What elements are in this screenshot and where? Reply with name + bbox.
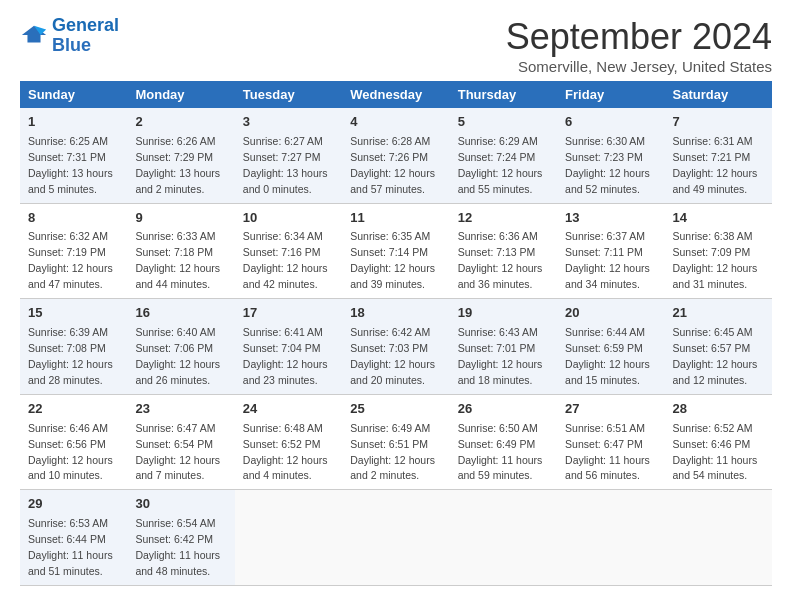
day-number: 11 xyxy=(350,209,441,228)
calendar-cell: 7 Sunrise: 6:31 AMSunset: 7:21 PMDayligh… xyxy=(665,108,772,203)
day-number: 20 xyxy=(565,304,656,323)
day-number: 13 xyxy=(565,209,656,228)
day-info: Sunrise: 6:29 AMSunset: 7:24 PMDaylight:… xyxy=(458,135,543,195)
day-info: Sunrise: 6:27 AMSunset: 7:27 PMDaylight:… xyxy=(243,135,328,195)
day-info: Sunrise: 6:26 AMSunset: 7:29 PMDaylight:… xyxy=(135,135,220,195)
week-row-2: 8 Sunrise: 6:32 AMSunset: 7:19 PMDayligh… xyxy=(20,203,772,299)
day-number: 5 xyxy=(458,113,549,132)
calendar-cell: 1 Sunrise: 6:25 AMSunset: 7:31 PMDayligh… xyxy=(20,108,127,203)
calendar-cell: 26 Sunrise: 6:50 AMSunset: 6:49 PMDaylig… xyxy=(450,394,557,490)
calendar-cell: 13 Sunrise: 6:37 AMSunset: 7:11 PMDaylig… xyxy=(557,203,664,299)
column-header-wednesday: Wednesday xyxy=(342,81,449,108)
day-info: Sunrise: 6:31 AMSunset: 7:21 PMDaylight:… xyxy=(673,135,758,195)
day-info: Sunrise: 6:41 AMSunset: 7:04 PMDaylight:… xyxy=(243,326,328,386)
day-info: Sunrise: 6:39 AMSunset: 7:08 PMDaylight:… xyxy=(28,326,113,386)
day-number: 14 xyxy=(673,209,764,228)
calendar-cell: 29 Sunrise: 6:53 AMSunset: 6:44 PMDaylig… xyxy=(20,490,127,586)
logo-text: General Blue xyxy=(52,16,119,56)
day-info: Sunrise: 6:43 AMSunset: 7:01 PMDaylight:… xyxy=(458,326,543,386)
day-info: Sunrise: 6:42 AMSunset: 7:03 PMDaylight:… xyxy=(350,326,435,386)
day-info: Sunrise: 6:34 AMSunset: 7:16 PMDaylight:… xyxy=(243,230,328,290)
day-info: Sunrise: 6:36 AMSunset: 7:13 PMDaylight:… xyxy=(458,230,543,290)
day-number: 4 xyxy=(350,113,441,132)
calendar-cell xyxy=(342,490,449,586)
column-header-thursday: Thursday xyxy=(450,81,557,108)
day-info: Sunrise: 6:50 AMSunset: 6:49 PMDaylight:… xyxy=(458,422,543,482)
calendar-cell: 6 Sunrise: 6:30 AMSunset: 7:23 PMDayligh… xyxy=(557,108,664,203)
calendar-cell: 18 Sunrise: 6:42 AMSunset: 7:03 PMDaylig… xyxy=(342,299,449,395)
calendar-cell: 9 Sunrise: 6:33 AMSunset: 7:18 PMDayligh… xyxy=(127,203,234,299)
page-header: General Blue September 2024 Somerville, … xyxy=(20,16,772,75)
calendar-cell: 14 Sunrise: 6:38 AMSunset: 7:09 PMDaylig… xyxy=(665,203,772,299)
day-info: Sunrise: 6:35 AMSunset: 7:14 PMDaylight:… xyxy=(350,230,435,290)
calendar-cell: 21 Sunrise: 6:45 AMSunset: 6:57 PMDaylig… xyxy=(665,299,772,395)
day-info: Sunrise: 6:37 AMSunset: 7:11 PMDaylight:… xyxy=(565,230,650,290)
day-info: Sunrise: 6:25 AMSunset: 7:31 PMDaylight:… xyxy=(28,135,113,195)
day-info: Sunrise: 6:46 AMSunset: 6:56 PMDaylight:… xyxy=(28,422,113,482)
calendar-cell: 12 Sunrise: 6:36 AMSunset: 7:13 PMDaylig… xyxy=(450,203,557,299)
calendar-cell: 4 Sunrise: 6:28 AMSunset: 7:26 PMDayligh… xyxy=(342,108,449,203)
day-number: 2 xyxy=(135,113,226,132)
calendar-cell: 2 Sunrise: 6:26 AMSunset: 7:29 PMDayligh… xyxy=(127,108,234,203)
day-info: Sunrise: 6:32 AMSunset: 7:19 PMDaylight:… xyxy=(28,230,113,290)
day-number: 26 xyxy=(458,400,549,419)
calendar-cell: 17 Sunrise: 6:41 AMSunset: 7:04 PMDaylig… xyxy=(235,299,342,395)
calendar-cell xyxy=(665,490,772,586)
calendar-cell xyxy=(557,490,664,586)
day-number: 3 xyxy=(243,113,334,132)
logo-icon xyxy=(20,22,48,50)
day-number: 17 xyxy=(243,304,334,323)
logo: General Blue xyxy=(20,16,119,56)
location: Somerville, New Jersey, United States xyxy=(506,58,772,75)
calendar-header-row: SundayMondayTuesdayWednesdayThursdayFrid… xyxy=(20,81,772,108)
day-info: Sunrise: 6:53 AMSunset: 6:44 PMDaylight:… xyxy=(28,517,113,577)
week-row-4: 22 Sunrise: 6:46 AMSunset: 6:56 PMDaylig… xyxy=(20,394,772,490)
calendar-cell: 11 Sunrise: 6:35 AMSunset: 7:14 PMDaylig… xyxy=(342,203,449,299)
calendar-cell: 23 Sunrise: 6:47 AMSunset: 6:54 PMDaylig… xyxy=(127,394,234,490)
calendar-cell: 16 Sunrise: 6:40 AMSunset: 7:06 PMDaylig… xyxy=(127,299,234,395)
column-header-sunday: Sunday xyxy=(20,81,127,108)
calendar-cell: 15 Sunrise: 6:39 AMSunset: 7:08 PMDaylig… xyxy=(20,299,127,395)
week-row-1: 1 Sunrise: 6:25 AMSunset: 7:31 PMDayligh… xyxy=(20,108,772,203)
day-number: 8 xyxy=(28,209,119,228)
calendar-cell: 20 Sunrise: 6:44 AMSunset: 6:59 PMDaylig… xyxy=(557,299,664,395)
day-number: 6 xyxy=(565,113,656,132)
day-info: Sunrise: 6:48 AMSunset: 6:52 PMDaylight:… xyxy=(243,422,328,482)
day-info: Sunrise: 6:45 AMSunset: 6:57 PMDaylight:… xyxy=(673,326,758,386)
day-info: Sunrise: 6:51 AMSunset: 6:47 PMDaylight:… xyxy=(565,422,650,482)
day-info: Sunrise: 6:49 AMSunset: 6:51 PMDaylight:… xyxy=(350,422,435,482)
day-number: 23 xyxy=(135,400,226,419)
day-number: 12 xyxy=(458,209,549,228)
day-info: Sunrise: 6:33 AMSunset: 7:18 PMDaylight:… xyxy=(135,230,220,290)
svg-marker-0 xyxy=(22,26,46,43)
day-number: 28 xyxy=(673,400,764,419)
calendar-cell: 8 Sunrise: 6:32 AMSunset: 7:19 PMDayligh… xyxy=(20,203,127,299)
day-info: Sunrise: 6:47 AMSunset: 6:54 PMDaylight:… xyxy=(135,422,220,482)
day-number: 16 xyxy=(135,304,226,323)
day-info: Sunrise: 6:44 AMSunset: 6:59 PMDaylight:… xyxy=(565,326,650,386)
day-info: Sunrise: 6:38 AMSunset: 7:09 PMDaylight:… xyxy=(673,230,758,290)
column-header-tuesday: Tuesday xyxy=(235,81,342,108)
day-number: 29 xyxy=(28,495,119,514)
column-header-friday: Friday xyxy=(557,81,664,108)
day-number: 18 xyxy=(350,304,441,323)
month-title: September 2024 xyxy=(506,16,772,58)
day-number: 9 xyxy=(135,209,226,228)
day-number: 15 xyxy=(28,304,119,323)
calendar-cell: 10 Sunrise: 6:34 AMSunset: 7:16 PMDaylig… xyxy=(235,203,342,299)
week-row-3: 15 Sunrise: 6:39 AMSunset: 7:08 PMDaylig… xyxy=(20,299,772,395)
calendar-cell: 28 Sunrise: 6:52 AMSunset: 6:46 PMDaylig… xyxy=(665,394,772,490)
calendar-cell: 27 Sunrise: 6:51 AMSunset: 6:47 PMDaylig… xyxy=(557,394,664,490)
calendar-cell: 30 Sunrise: 6:54 AMSunset: 6:42 PMDaylig… xyxy=(127,490,234,586)
day-number: 7 xyxy=(673,113,764,132)
day-info: Sunrise: 6:28 AMSunset: 7:26 PMDaylight:… xyxy=(350,135,435,195)
column-header-saturday: Saturday xyxy=(665,81,772,108)
calendar-cell xyxy=(235,490,342,586)
day-info: Sunrise: 6:54 AMSunset: 6:42 PMDaylight:… xyxy=(135,517,220,577)
calendar-cell: 25 Sunrise: 6:49 AMSunset: 6:51 PMDaylig… xyxy=(342,394,449,490)
column-header-monday: Monday xyxy=(127,81,234,108)
day-number: 19 xyxy=(458,304,549,323)
calendar-cell: 3 Sunrise: 6:27 AMSunset: 7:27 PMDayligh… xyxy=(235,108,342,203)
calendar-table: SundayMondayTuesdayWednesdayThursdayFrid… xyxy=(20,81,772,586)
calendar-cell: 24 Sunrise: 6:48 AMSunset: 6:52 PMDaylig… xyxy=(235,394,342,490)
